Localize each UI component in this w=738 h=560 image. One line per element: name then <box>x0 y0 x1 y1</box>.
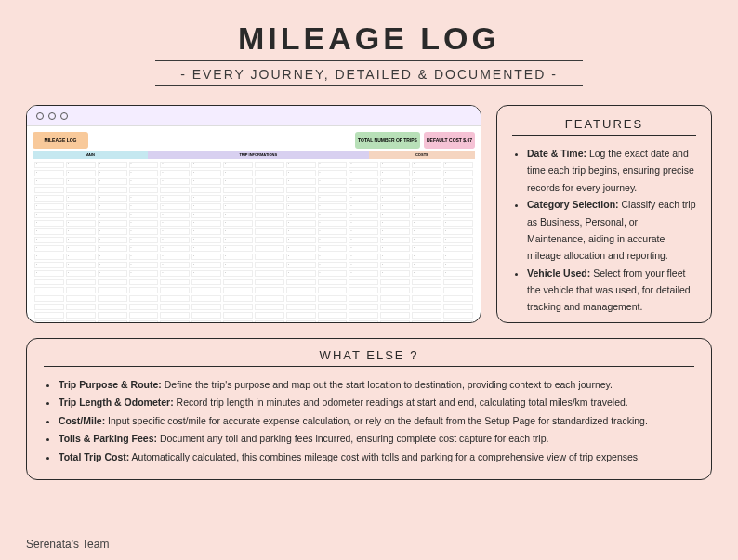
whatelse-item: Tolls & Parking Fees: Document any toll … <box>59 430 694 448</box>
features-divider <box>512 135 696 136</box>
title-divider <box>155 60 583 61</box>
whatelse-title: WHAT ELSE ? <box>44 348 694 362</box>
features-list: Date & Time: Log the exact date and time… <box>512 145 696 316</box>
whatelse-item: Total Trip Cost: Automatically calculate… <box>59 449 694 466</box>
page-title: MILEAGE LOG <box>0 20 738 57</box>
sheet-logo-badge: MILEAGE LOG <box>33 132 88 149</box>
window-titlebar <box>27 106 481 126</box>
page-subtitle: - EVERY JOURNEY, DETAILED & DOCUMENTED - <box>0 67 738 82</box>
whatelse-divider <box>44 366 694 367</box>
whatelse-item: Cost/Mile: Input specific cost/mile for … <box>59 412 694 430</box>
metric-cost-badge: DEFAULT COST $.67 <box>424 132 475 149</box>
whatelse-panel: WHAT ELSE ? Trip Purpose & Route: Define… <box>26 338 712 480</box>
page-header: MILEAGE LOG - EVERY JOURNEY, DETAILED & … <box>0 0 738 86</box>
window-dot-icon <box>60 112 68 120</box>
section-main: MAIN <box>33 151 148 159</box>
whatelse-item: Trip Length & Odometer: Record trip leng… <box>59 394 694 411</box>
feature-item: Vehicle Used: Select from your fleet the… <box>527 265 696 316</box>
whatelse-item: Trip Purpose & Route: Define the trip's … <box>59 376 694 394</box>
features-title: FEATURES <box>512 117 696 131</box>
section-costs: COSTS <box>369 151 475 159</box>
mileage-data-table: ········································… <box>33 160 475 323</box>
footer-credit: Serenata's Team <box>26 538 109 551</box>
metric-trips-badge: TOTAL NUMBER OF TRIPS <box>355 132 420 149</box>
features-panel: FEATURES Date & Time: Log the exact date… <box>496 105 712 323</box>
whatelse-list: Trip Purpose & Route: Define the trip's … <box>44 376 694 466</box>
spreadsheet-preview: MILEAGE LOG TOTAL NUMBER OF TRIPS DEFAUL… <box>26 105 481 323</box>
window-dot-icon <box>36 112 44 120</box>
window-dot-icon <box>48 112 56 120</box>
section-trip-info: TRIP INFORMATIONS <box>148 151 369 159</box>
feature-item: Date & Time: Log the exact date and time… <box>527 145 696 196</box>
feature-item: Category Selection: Classify each trip a… <box>527 196 696 265</box>
